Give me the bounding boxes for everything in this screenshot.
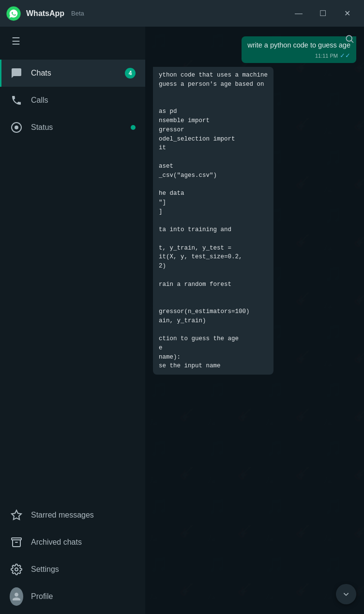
sidebar-header: ☰ bbox=[0, 27, 145, 56]
hamburger-icon: ☰ bbox=[12, 36, 20, 47]
settings-label: Settings bbox=[31, 565, 136, 574]
star-icon bbox=[10, 508, 23, 522]
sidebar-item-profile[interactable]: Profile bbox=[0, 583, 145, 610]
chats-icon bbox=[10, 66, 23, 80]
hamburger-button[interactable]: ☰ bbox=[8, 31, 24, 51]
titlebar-controls: — ☐ ✕ bbox=[288, 6, 358, 21]
message-time: 11:11 PM bbox=[315, 53, 338, 59]
starred-label: Starred messages bbox=[31, 511, 136, 520]
svg-point-4 bbox=[15, 568, 18, 571]
chat-area: 🎵 🎸 🚲 write a python code to guess age 1… bbox=[145, 27, 364, 614]
bottom-nav: Starred messages Archived chats Setti bbox=[0, 498, 145, 614]
sidebar-item-status[interactable]: Status bbox=[0, 114, 145, 141]
sidebar-item-chats[interactable]: Chats 4 bbox=[0, 60, 145, 87]
read-ticks: ✓✓ bbox=[340, 52, 350, 59]
sidebar-item-starred[interactable]: Starred messages bbox=[0, 502, 145, 529]
status-label: Status bbox=[31, 123, 131, 132]
sidebar: ☰ Chats 4 Calls bbox=[0, 27, 145, 614]
whatsapp-logo-icon bbox=[6, 6, 21, 21]
sidebar-item-calls[interactable]: Calls bbox=[0, 87, 145, 114]
minimize-button[interactable]: — bbox=[288, 6, 310, 21]
chat-messages: write a python code to guess age 11:11 P… bbox=[145, 27, 364, 614]
beta-label: Beta bbox=[71, 10, 84, 17]
svg-rect-3 bbox=[12, 538, 21, 540]
search-button[interactable] bbox=[340, 30, 359, 49]
outgoing-message: write a python code to guess age 11:11 P… bbox=[242, 36, 356, 63]
settings-icon bbox=[10, 563, 23, 576]
svg-point-2 bbox=[15, 126, 18, 129]
sidebar-item-archived[interactable]: Archived chats bbox=[0, 529, 145, 556]
message-meta: 11:11 PM ✓✓ bbox=[247, 52, 350, 59]
search-icon bbox=[345, 34, 354, 46]
chats-badge: 4 bbox=[125, 68, 136, 79]
scroll-to-bottom-button[interactable] bbox=[336, 584, 356, 604]
archive-icon bbox=[10, 535, 23, 549]
profile-avatar-icon bbox=[10, 590, 23, 603]
code-content: ython code that uses a machine guess a p… bbox=[159, 71, 268, 371]
archived-label: Archived chats bbox=[31, 538, 136, 547]
profile-label: Profile bbox=[31, 592, 136, 601]
close-button[interactable]: ✕ bbox=[336, 6, 358, 21]
incoming-code-message: ython code that uses a machine guess a p… bbox=[153, 67, 273, 375]
outgoing-text: write a python code to guess age bbox=[247, 40, 350, 50]
app-title: WhatsApp bbox=[26, 9, 64, 18]
main-nav: Chats 4 Calls Status bbox=[0, 56, 145, 145]
maximize-button[interactable]: ☐ bbox=[312, 6, 334, 21]
sidebar-item-settings[interactable]: Settings bbox=[0, 556, 145, 583]
titlebar: WhatsApp Beta — ☐ ✕ bbox=[0, 0, 364, 27]
titlebar-left: WhatsApp Beta bbox=[6, 6, 84, 21]
status-icon bbox=[10, 121, 23, 134]
nav-spacer bbox=[0, 145, 145, 498]
status-indicator bbox=[131, 125, 136, 130]
calls-icon bbox=[10, 94, 23, 107]
chats-label: Chats bbox=[31, 69, 125, 78]
calls-label: Calls bbox=[31, 96, 136, 105]
